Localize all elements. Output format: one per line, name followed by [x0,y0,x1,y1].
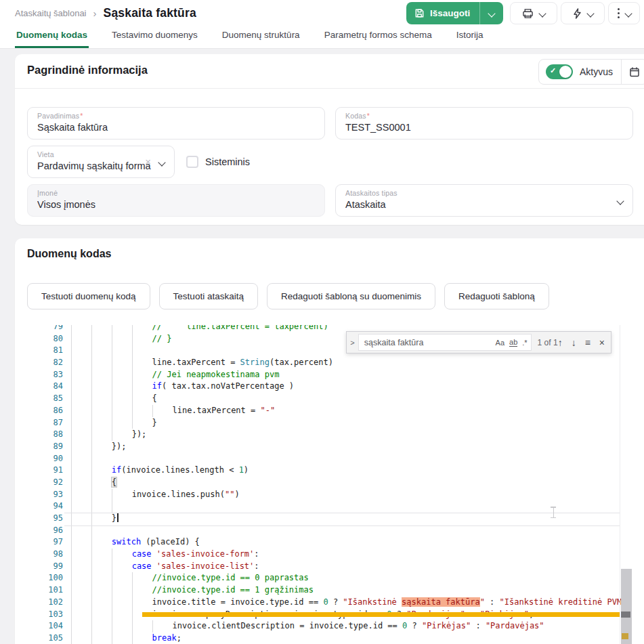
code-line-content[interactable]: //invoice.type.id == 0 paprastas [71,572,309,584]
edit-template-with-data-button[interactable]: Redaguoti šabloną su duomenimis [267,283,435,309]
tab-testavimo-duomenys[interactable]: Testavimo duomenys [110,23,199,48]
line-number: 92 [15,477,63,489]
place-select[interactable]: Vieta Pardavimų sąskaitų forma × [27,146,175,178]
line-number: 86 [15,405,63,417]
match-case-icon[interactable]: Aa [496,339,505,347]
code-line: 104invoice.clientDescription = invoice.t… [15,620,644,632]
company-field-label: Įmonė [37,189,315,197]
save-button-label: Išsaugoti [430,8,470,18]
find-close-icon[interactable]: × [599,337,605,348]
print-button[interactable] [510,2,557,24]
code-line-content[interactable] [71,525,112,537]
find-widget: > sąskaita faktūra Aa ab .* 1 of 1 ↑ ↓ ≡… [346,331,611,353]
find-previous-icon[interactable]: ↑ [558,337,563,348]
automation-button[interactable] [561,2,605,24]
find-query: sąskaita faktūra [364,338,491,347]
code-field[interactable]: Kodas* TEST_SS0001 [335,107,633,139]
code-line-content[interactable]: switch (placeId) { [71,536,200,549]
main-info-card: Pagrindinė informacija ✓ Aktyvus Pavadin… [15,54,644,225]
code-line: 99case 'sales-invoice-list': [15,561,644,573]
tab-parametru-formos-schema[interactable]: Parametrų formos schema [323,23,433,48]
code-lines: 79// line.taxPercent = taxpercent)80// }… [15,325,644,644]
code-line-content[interactable]: if( tax.tax.noVatPercentage ) [71,381,294,393]
code-line-content[interactable]: // line.taxPercent = taxpercent) [71,325,328,333]
code-line-content[interactable] [71,453,112,465]
tab-istorija[interactable]: Istorija [455,23,485,48]
find-in-selection-icon[interactable]: ≡ [585,337,591,348]
line-number: 85 [15,393,63,405]
code-actions: Testuoti duomenų kodąTestuoti ataskaitąR… [27,283,549,309]
code-line-content[interactable]: // Jei neapmokestinama pvm [71,369,279,381]
data-code-title: Duomenų kodas [27,248,111,260]
code-field-value: TEST_SS0001 [345,122,623,133]
line-number: 101 [15,584,63,597]
save-dropdown-button[interactable] [479,2,503,24]
code-line-content[interactable]: // } [71,333,171,345]
line-number: 89 [15,441,63,453]
tab-duomenu-kodas[interactable]: Duomenų kodas [15,23,89,48]
data-code-card: Duomenų kodas Testuoti duomenų kodąTestu… [15,238,644,644]
find-match-count: 1 of 1 [538,338,558,347]
company-field-value: Visos įmonės [37,199,315,210]
code-line: 96 [15,525,644,537]
code-line-content[interactable]: line.taxPercent = "-" [71,405,275,417]
main-card-title: Pagrindinė informacija [27,64,148,77]
breadcrumb: Ataskaitų šablonai › Sąskaita faktūra [15,0,196,26]
report-type-select[interactable]: Ataskaitos tipas Ataskaita [335,184,633,217]
clear-icon[interactable]: × [145,156,151,167]
code-line-content[interactable]: } [71,513,119,525]
line-number: 103 [15,609,63,621]
code-line-content[interactable]: case 'sales-invoice-list': [71,561,259,573]
page-title: Sąskaita faktūra [104,6,196,20]
code-line-content[interactable]: line.taxPercent = String(tax.percent) [71,357,333,369]
code-editor[interactable]: 79// line.taxPercent = taxpercent)80// }… [15,325,644,644]
edit-template-button[interactable]: Redaguoti šabloną [444,283,549,309]
lightning-icon [573,8,582,19]
code-line-content[interactable]: if(invoice.lines.length < 1) [71,465,249,477]
code-line-content[interactable]: { [71,477,116,489]
code-line-content[interactable] [71,500,132,513]
code-line-content[interactable] [71,345,152,357]
tab-bar: Duomenų kodasTestavimo duomenysDuomenų s… [15,23,484,48]
test-report-button[interactable]: Testuoti ataskaitą [159,283,258,309]
overview-ruler-match-mark [622,633,628,639]
calendar-icon [629,66,640,77]
name-field[interactable]: Pavadinimas* Sąskaita faktūra [27,107,325,139]
find-input[interactable]: sąskaita faktūra Aa ab .* [358,334,532,351]
active-toggle[interactable]: ✓ [546,64,573,79]
whole-word-icon[interactable]: ab [509,338,517,347]
code-line: 86line.taxPercent = "-" [15,405,644,417]
systemic-checkbox[interactable] [186,156,198,168]
page: Ataskaitų šablonai › Sąskaita faktūra Iš… [0,0,644,644]
code-line-content[interactable]: invoice.title = invoice.type.id == 0 ? "… [71,597,622,609]
code-line-content[interactable]: } [71,417,157,429]
regex-icon[interactable]: .* [522,339,527,347]
line-number: 84 [15,381,63,393]
test-data-code-button[interactable]: Testuoti duomenų kodą [27,283,150,309]
editor-ruler [620,325,620,644]
save-button-main[interactable]: Išsaugoti [406,2,479,24]
code-line: 90 [15,453,644,465]
code-line-content[interactable]: //invoice.type.id == 1 grąžinimas [71,584,314,597]
code-line-content[interactable]: case 'sales-invoice-form': [71,549,259,561]
code-line-content[interactable]: }); [71,441,126,453]
find-next-icon[interactable]: ↓ [572,337,576,348]
code-line-content[interactable]: invoice.lines.push("") [71,489,240,501]
line-number: 95 [15,513,63,525]
active-toggle-label: Aktyvus [580,66,613,77]
code-line-content[interactable]: { [71,393,157,405]
chevron-down-icon [539,9,546,17]
line-number: 80 [15,333,63,345]
breadcrumb-parent[interactable]: Ataskaitų šablonai [15,8,87,18]
tab-duomenu-struktura[interactable]: Duomenų struktūra [221,23,301,48]
code-line-content[interactable]: break; [71,632,181,644]
save-button[interactable]: Išsaugoti [406,2,503,24]
code-line-content[interactable]: }); [71,429,146,441]
find-expand-icon[interactable]: > [347,339,358,347]
code-line-content[interactable]: invoice.clientDescription = invoice.type… [71,620,544,632]
toggle-knob [559,66,572,78]
calendar-button[interactable] [622,60,644,84]
header-actions: Išsaugoti [406,2,640,24]
more-actions-button[interactable] [608,2,640,24]
systemic-checkbox-label: Sisteminis [205,156,250,167]
